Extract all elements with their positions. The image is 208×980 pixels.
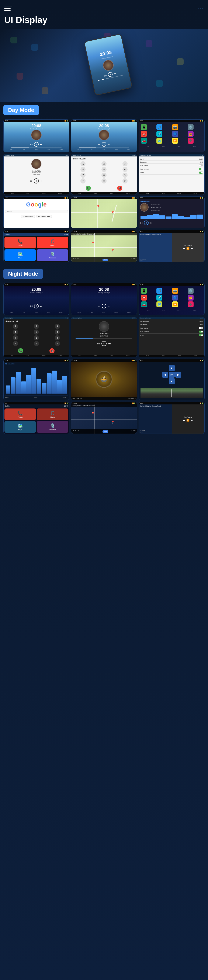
dial-hash[interactable]: # bbox=[123, 178, 128, 183]
carplay-music-app[interactable]: 🎵 Music bbox=[37, 237, 68, 248]
night-mp-prev[interactable]: ⏮ bbox=[97, 342, 100, 345]
app-icon-vehicle[interactable]: 🚗 bbox=[141, 138, 147, 144]
app-icon-waze[interactable]: 🗺️ bbox=[156, 138, 162, 144]
mp-controls-day[interactable]: ⏮ ⏸ ⏭ bbox=[30, 178, 43, 183]
night-controls-2[interactable]: ⏮ ⏸ ⏭ bbox=[98, 304, 110, 309]
app-icon-camera[interactable]: 📷 bbox=[172, 124, 178, 130]
google-lucky-btn[interactable]: I'm Feeling Lucky bbox=[36, 215, 52, 218]
dial-star[interactable]: * bbox=[80, 178, 85, 183]
dial-8[interactable]: 8 bbox=[101, 173, 107, 178]
nav-go-button[interactable]: GO bbox=[102, 259, 108, 261]
arrow-left[interactable]: ◀ bbox=[162, 372, 168, 378]
night-app-call[interactable]: ☎️ bbox=[141, 294, 147, 301]
night-dial-3[interactable]: 3 bbox=[55, 324, 60, 329]
play-btn-1[interactable]: ⏸ bbox=[34, 142, 39, 147]
dial-4[interactable]: 4 bbox=[80, 167, 85, 172]
auto-answer-toggle[interactable] bbox=[199, 164, 203, 167]
dial-1[interactable]: 1 bbox=[80, 161, 85, 166]
carplay-podcasts-app[interactable]: 🎙️ Podcasts bbox=[37, 249, 68, 261]
menu-icon[interactable] bbox=[4, 4, 13, 13]
google-search-input[interactable] bbox=[5, 210, 68, 213]
lm-next[interactable]: ⏭ bbox=[150, 221, 152, 224]
night-call-btn[interactable]: 📞 bbox=[18, 348, 23, 353]
night-end-call-btn[interactable]: 📵 bbox=[49, 348, 55, 353]
app-icon-phone[interactable]: 📱 bbox=[141, 124, 147, 130]
google-search-btn[interactable]: Google Search bbox=[21, 215, 35, 218]
app-icon-more[interactable]: ➕ bbox=[188, 138, 194, 144]
night-app-waze[interactable]: 🗺️ bbox=[156, 301, 162, 307]
local-music-item-1[interactable]: ♪ 华乐_2016.mp3 bbox=[150, 203, 203, 206]
night-dial-5[interactable]: 5 bbox=[34, 329, 39, 335]
night-dial-2[interactable]: 2 bbox=[34, 324, 39, 329]
dial-6[interactable]: 6 bbox=[123, 167, 128, 172]
arrow-right[interactable]: ▶ bbox=[175, 372, 181, 378]
night-dial-4[interactable]: 4 bbox=[13, 329, 18, 335]
carplay-phone-app[interactable]: 📞 Phone bbox=[5, 237, 36, 248]
lm-controls[interactable]: ⏮ ⏸ ⏭ bbox=[140, 221, 203, 225]
night-app-youtube[interactable]: ▶️ bbox=[172, 301, 178, 307]
local-music-item-3[interactable]: ♪ 华乐_2016.mp3 bbox=[150, 209, 203, 212]
mp-play-btn[interactable]: ⏸ bbox=[34, 178, 39, 183]
dial-7[interactable]: 7 bbox=[80, 173, 85, 178]
night-power-toggle[interactable] bbox=[199, 334, 203, 336]
controls-2[interactable]: ⏮ ⏸ ⏭ bbox=[98, 142, 110, 147]
arrow-up[interactable]: ▲ bbox=[169, 365, 175, 371]
night-mp-play[interactable]: ⏸ bbox=[101, 341, 107, 346]
night-music-controls[interactable]: ⏮ ▶️ ⏭ bbox=[183, 419, 193, 422]
night-dial-0[interactable]: 0 bbox=[34, 341, 39, 346]
night-app-bt[interactable]: 🔵 bbox=[172, 294, 178, 301]
prev-btn-1[interactable]: ⏮ bbox=[30, 143, 33, 146]
night-app-phone[interactable]: 📱 bbox=[141, 288, 147, 294]
night-dial-9[interactable]: 9 bbox=[55, 335, 60, 340]
app-icon-radio[interactable]: 📻 bbox=[188, 131, 194, 137]
night-dial-8[interactable]: 8 bbox=[34, 335, 39, 340]
night-app-music[interactable]: 🎵 bbox=[156, 288, 162, 294]
controls-1[interactable]: ⏮ ⏸ ⏭ bbox=[30, 142, 43, 147]
night-next-1[interactable]: ⏭ bbox=[40, 305, 43, 307]
night-app-vehicle[interactable]: 🚗 bbox=[141, 301, 147, 307]
next-btn-2[interactable]: ⏭ bbox=[108, 143, 110, 146]
lm-prev[interactable]: ⏮ bbox=[140, 221, 143, 224]
music-transport-controls[interactable]: ⏮ ▶️ ⏭ bbox=[183, 247, 193, 250]
mp-next[interactable]: ⏭ bbox=[41, 180, 43, 183]
app-icon-music[interactable]: 🎵 bbox=[156, 124, 162, 130]
night-app-more[interactable]: ➕ bbox=[188, 301, 194, 307]
night-carplay-music[interactable]: 🎵 Music bbox=[37, 409, 68, 420]
night-carplay-phone[interactable]: 📞 Phone bbox=[5, 409, 36, 420]
local-music-item-2[interactable]: ♪ xxx录音_222.mp3 bbox=[150, 206, 203, 209]
music-prev-icon[interactable]: ⏮ bbox=[183, 247, 185, 250]
dial-2[interactable]: 2 bbox=[101, 161, 107, 166]
play-btn-2[interactable]: ⏸ bbox=[102, 142, 106, 147]
nav-dots-icon[interactable]: ··· bbox=[198, 6, 204, 11]
arrow-ok[interactable]: OK bbox=[169, 372, 175, 378]
night-dial-6[interactable]: 6 bbox=[55, 329, 60, 335]
call-btn[interactable]: 📞 bbox=[86, 186, 91, 191]
night-mp-next[interactable]: ⏭ bbox=[108, 342, 111, 345]
night-dial-1[interactable]: 1 bbox=[13, 324, 18, 329]
night-prev-1[interactable]: ⏮ bbox=[30, 305, 33, 307]
night-auto-connect-toggle[interactable] bbox=[199, 331, 203, 333]
auto-connect-toggle[interactable] bbox=[199, 168, 203, 170]
dial-3[interactable]: 3 bbox=[123, 161, 128, 166]
night-play-2[interactable]: ⏸ bbox=[102, 304, 106, 309]
night-dial-hash[interactable]: # bbox=[55, 341, 60, 346]
app-icon-telegram[interactable]: ✈️ bbox=[156, 131, 162, 137]
night-app-camera[interactable]: 📷 bbox=[172, 288, 178, 294]
app-icon-bt[interactable]: 🔵 bbox=[172, 131, 178, 137]
night-dial-star[interactable]: * bbox=[13, 341, 18, 346]
night-carplay-maps[interactable]: 🗺️ Maps bbox=[5, 421, 36, 433]
prev-icon[interactable]: ⏮ bbox=[104, 74, 107, 77]
night-dial-7[interactable]: 7 bbox=[13, 335, 18, 340]
night-controls-1[interactable]: ⏮ ⏸ ⏭ bbox=[30, 304, 43, 309]
night-next-icon[interactable]: ⏭ bbox=[191, 419, 193, 422]
night-app-telegram[interactable]: ✈️ bbox=[156, 294, 162, 301]
night-auto-answer-toggle[interactable] bbox=[199, 327, 203, 329]
power-toggle[interactable] bbox=[199, 172, 203, 174]
arrow-down[interactable]: ▼ bbox=[169, 378, 175, 384]
night-play-1[interactable]: ⏸ bbox=[34, 304, 39, 309]
night-app-radio[interactable]: 📻 bbox=[188, 294, 194, 301]
music-play-icon[interactable]: ▶️ bbox=[186, 247, 189, 250]
mp-prev[interactable]: ⏮ bbox=[30, 180, 32, 183]
prev-btn-2[interactable]: ⏮ bbox=[98, 143, 100, 146]
end-call-btn[interactable]: 📵 bbox=[117, 186, 122, 191]
